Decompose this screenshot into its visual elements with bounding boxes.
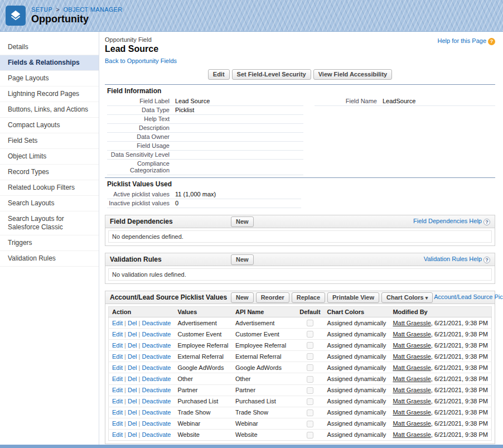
validation-rules-empty-message: No validation rules defined. xyxy=(108,268,492,281)
edit-link[interactable]: Edit xyxy=(112,431,123,438)
deactivate-link[interactable]: Deactivate xyxy=(142,420,171,427)
set-field-level-security-button[interactable]: Set Field-Level Security xyxy=(232,69,311,80)
value-cell: Website xyxy=(174,429,232,440)
sidebar-item-buttons-links-and-actions[interactable]: Buttons, Links, and Actions xyxy=(0,102,99,118)
chart-colors-dropdown[interactable]: Chart Colors▾ xyxy=(381,292,433,303)
help-icon[interactable]: ? xyxy=(488,38,495,45)
modified-by-link[interactable]: Matt Graessle xyxy=(393,420,431,427)
detail-row: Inactive picklist values0 xyxy=(107,199,301,208)
picklist-row: Edit | Del | DeactivateEmployee Referral… xyxy=(109,340,492,351)
picklist-values-help-link[interactable]: Account/Lead Source Picklist Values Help xyxy=(434,293,503,300)
field-dependencies-help-link[interactable]: Field Dependencies Help xyxy=(413,218,482,224)
modified-by-link[interactable]: Matt Graessle xyxy=(393,409,431,416)
sidebar-item-validation-rules[interactable]: Validation Rules xyxy=(0,251,99,267)
deactivate-link[interactable]: Deactivate xyxy=(142,342,171,349)
modified-by-link[interactable]: Matt Graessle xyxy=(393,398,431,404)
edit-link[interactable]: Edit xyxy=(112,320,123,326)
validation-rules-new-button[interactable]: New xyxy=(231,254,254,265)
sidebar-item-record-types[interactable]: Record Types xyxy=(0,165,99,180)
help-icon[interactable]: ? xyxy=(483,219,490,225)
edit-link[interactable]: Edit xyxy=(112,331,123,338)
modified-by-link[interactable]: Matt Graessle xyxy=(393,387,431,393)
help-icon[interactable]: ? xyxy=(483,257,490,263)
deactivate-link[interactable]: Deactivate xyxy=(142,375,171,382)
edit-link[interactable]: Edit xyxy=(112,375,123,382)
new-button[interactable]: New xyxy=(231,292,254,303)
sidebar-item-field-sets[interactable]: Field Sets xyxy=(0,133,99,149)
del-link[interactable]: Del xyxy=(128,398,137,404)
reorder-button[interactable]: Reorder xyxy=(256,292,289,303)
edit-link[interactable]: Edit xyxy=(112,420,123,427)
api-name-cell: Advertisement xyxy=(232,317,296,329)
breadcrumb-separator: > xyxy=(56,6,60,13)
del-link[interactable]: Del xyxy=(128,375,137,382)
deactivate-link[interactable]: Deactivate xyxy=(142,320,171,326)
field-label xyxy=(315,131,383,139)
validation-rules-help-link[interactable]: Validation Rules Help xyxy=(424,256,482,262)
action-cell: Edit | Del | Deactivate xyxy=(109,362,175,373)
replace-button[interactable]: Replace xyxy=(292,292,325,303)
section-title-picklist-values: Account/Lead Source Picklist Values xyxy=(110,293,230,301)
help-for-this-page-link[interactable]: Help for this Page xyxy=(438,37,486,44)
deactivate-link[interactable]: Deactivate xyxy=(142,387,171,393)
del-link[interactable]: Del xyxy=(128,364,137,371)
column-header-api-name[interactable]: API Name xyxy=(232,307,296,317)
column-header-action[interactable]: Action xyxy=(109,307,175,317)
deactivate-link[interactable]: Deactivate xyxy=(142,353,171,360)
deactivate-link[interactable]: Deactivate xyxy=(142,431,171,438)
sidebar-item-search-layouts[interactable]: Search Layouts xyxy=(0,196,99,211)
view-field-accessibility-button[interactable]: View Field Accessibility xyxy=(313,69,393,80)
modified-by-link[interactable]: Matt Graessle xyxy=(393,431,431,438)
modified-by-link[interactable]: Matt Graessle xyxy=(393,375,431,382)
sidebar-item-lightning-record-pages[interactable]: Lightning Record Pages xyxy=(0,86,99,102)
printable-view-button[interactable]: Printable View xyxy=(327,292,379,303)
column-header-values[interactable]: Values xyxy=(174,307,232,317)
field-dependencies-header: Field Dependencies New Field Dependencie… xyxy=(105,215,495,228)
edit-button[interactable]: Edit xyxy=(208,69,230,80)
deactivate-link[interactable]: Deactivate xyxy=(142,331,171,338)
breadcrumb-setup-link[interactable]: SETUP xyxy=(31,6,52,13)
del-link[interactable]: Del xyxy=(128,409,137,416)
del-link[interactable]: Del xyxy=(128,342,137,349)
modified-by-link[interactable]: Matt Graessle xyxy=(393,320,431,326)
modified-by-link[interactable]: Matt Graessle xyxy=(393,364,431,371)
edit-link[interactable]: Edit xyxy=(112,409,123,416)
sidebar-item-related-lookup-filters[interactable]: Related Lookup Filters xyxy=(0,180,99,196)
del-link[interactable]: Del xyxy=(128,420,137,427)
api-name-cell: Webinar xyxy=(232,418,296,429)
modified-by-link[interactable]: Matt Graessle xyxy=(393,342,431,349)
breadcrumb-object-manager-link[interactable]: OBJECT MANAGER xyxy=(63,6,122,13)
column-header-modified-by[interactable]: Modified By xyxy=(389,307,491,317)
del-link[interactable]: Del xyxy=(128,387,137,393)
modified-by-link[interactable]: Matt Graessle xyxy=(393,331,431,338)
back-to-fields-link[interactable]: Back to Opportunity Fields xyxy=(105,57,177,64)
sidebar-item-page-layouts[interactable]: Page Layouts xyxy=(0,71,99,86)
field-dependencies-new-button[interactable]: New xyxy=(231,216,254,227)
sidebar-item-fields-relationships[interactable]: Fields & Relationships xyxy=(0,55,99,71)
default-cell xyxy=(296,362,323,373)
column-header-chart-colors[interactable]: Chart Colors xyxy=(324,307,390,317)
del-link[interactable]: Del xyxy=(128,431,137,438)
edit-link[interactable]: Edit xyxy=(112,353,123,360)
picklist-row: Edit | Del | DeactivatePurchased ListPur… xyxy=(109,396,492,407)
action-cell: Edit | Del | Deactivate xyxy=(109,384,175,396)
sidebar-item-compact-layouts[interactable]: Compact Layouts xyxy=(0,118,99,133)
sidebar-item-details[interactable]: Details xyxy=(0,40,99,55)
sidebar-item-object-limits[interactable]: Object Limits xyxy=(0,149,99,165)
deactivate-link[interactable]: Deactivate xyxy=(142,398,171,404)
del-link[interactable]: Del xyxy=(128,331,137,338)
edit-link[interactable]: Edit xyxy=(112,342,123,349)
modified-by-link[interactable]: Matt Graessle xyxy=(393,353,431,360)
column-header-default[interactable]: Default xyxy=(296,307,323,317)
sidebar-item-triggers[interactable]: Triggers xyxy=(0,235,99,251)
chart-colors-label: Chart Colors xyxy=(386,294,424,301)
edit-link[interactable]: Edit xyxy=(112,387,123,393)
deactivate-link[interactable]: Deactivate xyxy=(142,409,171,416)
edit-link[interactable]: Edit xyxy=(112,364,123,371)
deactivate-link[interactable]: Deactivate xyxy=(142,364,171,371)
del-link[interactable]: Del xyxy=(128,320,137,326)
detail-row: Field LabelLead Source xyxy=(107,97,303,106)
edit-link[interactable]: Edit xyxy=(112,398,123,404)
del-link[interactable]: Del xyxy=(128,353,137,360)
sidebar-item-search-layouts-for-salesforce-classic[interactable]: Search Layouts for Salesforce Classic xyxy=(0,211,99,235)
